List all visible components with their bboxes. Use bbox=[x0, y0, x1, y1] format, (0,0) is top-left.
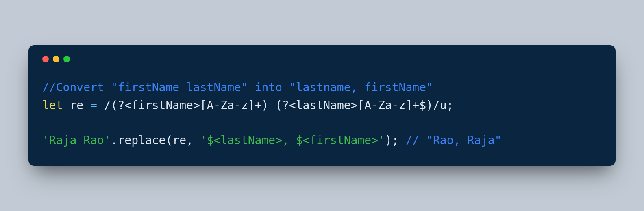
code-comma: , bbox=[186, 134, 200, 147]
minimize-icon[interactable] bbox=[53, 56, 59, 62]
code-method-replace: replace bbox=[117, 134, 165, 147]
code-paren-open: ( bbox=[165, 134, 172, 147]
code-window: //Convert "firstName lastName" into "las… bbox=[28, 45, 616, 166]
window-titlebar bbox=[42, 56, 602, 62]
code-semicolon: ; bbox=[447, 99, 454, 112]
code-string-literal: 'Raja Rao' bbox=[42, 134, 111, 147]
code-space bbox=[399, 134, 406, 147]
code-operator-equals: = bbox=[90, 99, 97, 112]
code-paren-close: ) bbox=[385, 134, 392, 147]
code-space bbox=[63, 99, 70, 112]
code-space bbox=[83, 99, 90, 112]
code-semicolon: ; bbox=[392, 134, 399, 147]
code-string-literal: '$<lastName>, $<firstName>' bbox=[200, 134, 385, 147]
code-comment: //Convert "firstName lastName" into "las… bbox=[42, 81, 433, 94]
code-keyword-let: let bbox=[42, 99, 63, 112]
code-space bbox=[97, 99, 104, 112]
close-icon[interactable] bbox=[42, 56, 49, 62]
code-argument-re: re bbox=[172, 134, 186, 147]
code-comment-result: // "Rao, Raja" bbox=[405, 134, 501, 147]
code-dot: . bbox=[111, 134, 118, 147]
code-block: //Convert "firstName lastName" into "las… bbox=[42, 79, 602, 149]
zoom-icon[interactable] bbox=[63, 56, 70, 62]
code-regex: /(?<firstName>[A-Za-z]+) (?<lastName>[A-… bbox=[104, 99, 447, 112]
code-identifier-re: re bbox=[70, 99, 83, 112]
